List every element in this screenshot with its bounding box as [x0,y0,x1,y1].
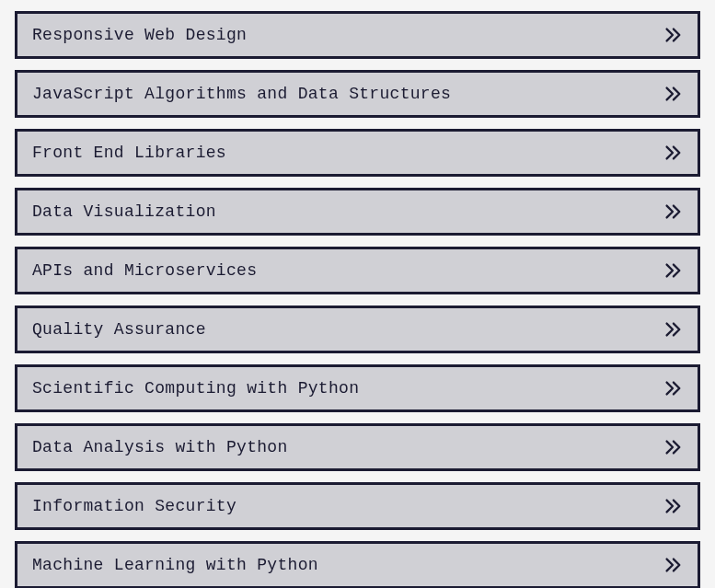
double-chevron-right-icon [663,84,683,104]
course-label: Scientific Computing with Python [32,379,359,398]
course-label: JavaScript Algorithms and Data Structure… [32,85,451,103]
course-label: APIs and Microservices [32,261,257,280]
double-chevron-right-icon [663,25,683,45]
course-item-quality-assurance[interactable]: Quality Assurance [15,306,700,353]
course-label: Machine Learning with Python [32,556,318,574]
double-chevron-right-icon [663,319,683,340]
course-label: Quality Assurance [32,320,206,339]
course-item-front-end-libraries[interactable]: Front End Libraries [15,129,700,177]
double-chevron-right-icon [663,143,683,163]
course-item-apis-microservices[interactable]: APIs and Microservices [15,247,700,294]
course-label: Data Visualization [32,202,216,221]
course-item-responsive-web-design[interactable]: Responsive Web Design [15,11,700,59]
course-label: Data Analysis with Python [32,438,288,456]
course-item-data-analysis-python[interactable]: Data Analysis with Python [15,423,700,471]
course-item-scientific-computing-python[interactable]: Scientific Computing with Python [15,364,700,412]
double-chevron-right-icon [663,202,683,222]
double-chevron-right-icon [663,260,683,281]
course-label: Front End Libraries [32,144,226,162]
course-item-machine-learning-python[interactable]: Machine Learning with Python [15,541,700,588]
course-item-data-visualization[interactable]: Data Visualization [15,188,700,236]
double-chevron-right-icon [663,496,683,516]
course-label: Responsive Web Design [32,26,247,44]
course-item-javascript-algorithms[interactable]: JavaScript Algorithms and Data Structure… [15,70,700,118]
course-item-information-security[interactable]: Information Security [15,482,700,530]
double-chevron-right-icon [663,378,683,398]
course-label: Information Security [32,497,236,515]
double-chevron-right-icon [663,555,683,575]
course-list: Responsive Web Design JavaScript Algorit… [15,11,700,588]
double-chevron-right-icon [663,437,683,457]
